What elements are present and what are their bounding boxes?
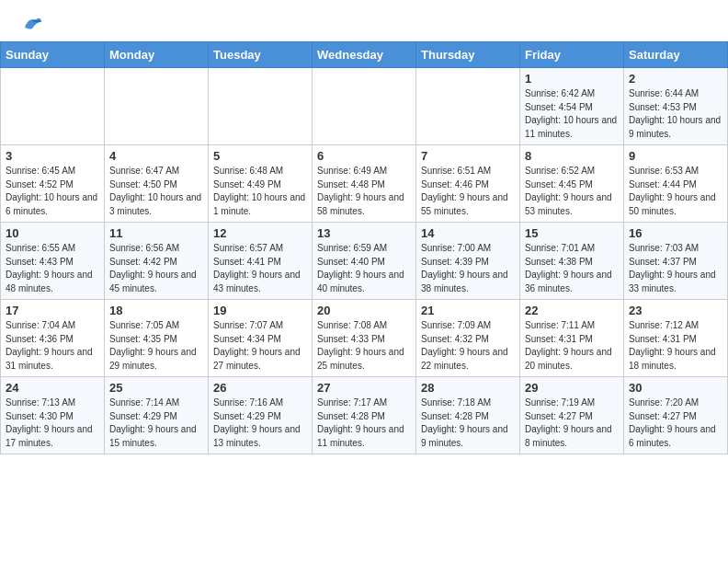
day-number: 22	[525, 304, 619, 317]
day-number: 6	[317, 149, 411, 163]
logo-bird-icon	[21, 14, 43, 32]
day-number: 24	[6, 381, 99, 395]
calendar-day-cell: 7Sunrise: 6:51 AM Sunset: 4:46 PM Daylig…	[416, 145, 520, 223]
calendar-day-cell: 30Sunrise: 7:20 AM Sunset: 4:27 PM Dayli…	[624, 377, 728, 454]
day-info: Sunrise: 7:08 AM Sunset: 4:33 PM Dayligh…	[317, 319, 411, 373]
day-info: Sunrise: 6:56 AM Sunset: 4:42 PM Dayligh…	[109, 242, 203, 295]
calendar-day-header: Tuesday	[209, 42, 313, 68]
day-info: Sunrise: 6:44 AM Sunset: 4:53 PM Dayligh…	[629, 87, 722, 141]
calendar-day-cell: 6Sunrise: 6:49 AM Sunset: 4:48 PM Daylig…	[313, 145, 416, 223]
calendar-day-cell: 10Sunrise: 6:55 AM Sunset: 4:43 PM Dayli…	[1, 223, 105, 300]
calendar-day-header: Friday	[520, 42, 624, 68]
calendar-day-cell: 11Sunrise: 6:56 AM Sunset: 4:42 PM Dayli…	[105, 223, 209, 300]
day-number: 17	[6, 304, 99, 317]
calendar-week-row: 17Sunrise: 7:04 AM Sunset: 4:36 PM Dayli…	[1, 300, 728, 377]
day-number: 25	[109, 381, 203, 395]
calendar-day-cell: 17Sunrise: 7:04 AM Sunset: 4:36 PM Dayli…	[1, 300, 105, 377]
day-info: Sunrise: 7:13 AM Sunset: 4:30 PM Dayligh…	[6, 396, 99, 450]
day-number: 4	[109, 149, 203, 163]
day-number: 23	[629, 304, 722, 317]
day-info: Sunrise: 6:57 AM Sunset: 4:41 PM Dayligh…	[213, 242, 307, 295]
day-number: 16	[629, 226, 722, 240]
calendar-day-cell	[313, 68, 416, 145]
day-info: Sunrise: 6:53 AM Sunset: 4:44 PM Dayligh…	[629, 165, 722, 218]
calendar-day-cell: 18Sunrise: 7:05 AM Sunset: 4:35 PM Dayli…	[105, 300, 209, 377]
day-info: Sunrise: 6:47 AM Sunset: 4:50 PM Dayligh…	[109, 165, 203, 218]
day-info: Sunrise: 7:20 AM Sunset: 4:27 PM Dayligh…	[629, 396, 722, 450]
calendar-day-cell: 8Sunrise: 6:52 AM Sunset: 4:45 PM Daylig…	[520, 145, 624, 223]
day-number: 7	[421, 149, 515, 163]
day-info: Sunrise: 6:45 AM Sunset: 4:52 PM Dayligh…	[6, 165, 99, 218]
day-info: Sunrise: 7:04 AM Sunset: 4:36 PM Dayligh…	[6, 319, 99, 373]
calendar-day-cell: 26Sunrise: 7:16 AM Sunset: 4:29 PM Dayli…	[209, 377, 313, 454]
calendar-day-cell: 27Sunrise: 7:17 AM Sunset: 4:28 PM Dayli…	[313, 377, 416, 454]
day-number: 26	[213, 381, 307, 395]
calendar-day-cell: 19Sunrise: 7:07 AM Sunset: 4:34 PM Dayli…	[209, 300, 313, 377]
day-number: 20	[317, 304, 411, 317]
day-number: 8	[525, 149, 619, 163]
calendar-day-cell: 4Sunrise: 6:47 AM Sunset: 4:50 PM Daylig…	[105, 145, 209, 223]
day-info: Sunrise: 7:07 AM Sunset: 4:34 PM Dayligh…	[213, 319, 307, 373]
day-number: 9	[629, 149, 722, 163]
calendar-day-cell	[209, 68, 313, 145]
calendar-day-cell: 20Sunrise: 7:08 AM Sunset: 4:33 PM Dayli…	[313, 300, 416, 377]
calendar-day-cell: 29Sunrise: 7:19 AM Sunset: 4:27 PM Dayli…	[520, 377, 624, 454]
day-info: Sunrise: 6:42 AM Sunset: 4:54 PM Dayligh…	[525, 87, 619, 141]
calendar-day-cell	[105, 68, 209, 145]
calendar-day-cell: 3Sunrise: 6:45 AM Sunset: 4:52 PM Daylig…	[1, 145, 105, 223]
day-info: Sunrise: 7:12 AM Sunset: 4:31 PM Dayligh…	[629, 319, 722, 373]
day-info: Sunrise: 7:05 AM Sunset: 4:35 PM Dayligh…	[109, 319, 203, 373]
calendar-day-cell: 2Sunrise: 6:44 AM Sunset: 4:53 PM Daylig…	[624, 68, 728, 145]
calendar-day-cell	[1, 68, 105, 145]
calendar-week-row: 10Sunrise: 6:55 AM Sunset: 4:43 PM Dayli…	[1, 223, 728, 300]
calendar-day-cell: 23Sunrise: 7:12 AM Sunset: 4:31 PM Dayli…	[624, 300, 728, 377]
calendar-day-cell: 5Sunrise: 6:48 AM Sunset: 4:49 PM Daylig…	[209, 145, 313, 223]
calendar-day-cell: 16Sunrise: 7:03 AM Sunset: 4:37 PM Dayli…	[624, 223, 728, 300]
day-info: Sunrise: 7:19 AM Sunset: 4:27 PM Dayligh…	[525, 396, 619, 450]
calendar-week-row: 24Sunrise: 7:13 AM Sunset: 4:30 PM Dayli…	[1, 377, 728, 454]
calendar-table: SundayMondayTuesdayWednesdayThursdayFrid…	[0, 41, 728, 454]
day-info: Sunrise: 6:51 AM Sunset: 4:46 PM Dayligh…	[421, 165, 515, 218]
calendar-day-cell: 25Sunrise: 7:14 AM Sunset: 4:29 PM Dayli…	[105, 377, 209, 454]
calendar-day-cell: 28Sunrise: 7:18 AM Sunset: 4:28 PM Dayli…	[416, 377, 520, 454]
day-number: 5	[213, 149, 307, 163]
calendar-day-header: Wednesday	[313, 42, 416, 68]
day-info: Sunrise: 7:11 AM Sunset: 4:31 PM Dayligh…	[525, 319, 619, 373]
calendar-day-cell: 12Sunrise: 6:57 AM Sunset: 4:41 PM Dayli…	[209, 223, 313, 300]
day-info: Sunrise: 6:55 AM Sunset: 4:43 PM Dayligh…	[6, 242, 99, 295]
calendar-day-cell: 22Sunrise: 7:11 AM Sunset: 4:31 PM Dayli…	[520, 300, 624, 377]
day-number: 1	[525, 72, 619, 86]
page-header	[0, 0, 728, 37]
calendar-day-cell: 13Sunrise: 6:59 AM Sunset: 4:40 PM Dayli…	[313, 223, 416, 300]
calendar-day-cell: 14Sunrise: 7:00 AM Sunset: 4:39 PM Dayli…	[416, 223, 520, 300]
day-number: 29	[525, 381, 619, 395]
calendar-body: 1Sunrise: 6:42 AM Sunset: 4:54 PM Daylig…	[1, 68, 728, 454]
calendar-day-cell: 1Sunrise: 6:42 AM Sunset: 4:54 PM Daylig…	[520, 68, 624, 145]
calendar-day-header: Thursday	[416, 42, 520, 68]
calendar-day-cell: 21Sunrise: 7:09 AM Sunset: 4:32 PM Dayli…	[416, 300, 520, 377]
day-number: 19	[213, 304, 307, 317]
day-info: Sunrise: 6:48 AM Sunset: 4:49 PM Dayligh…	[213, 165, 307, 218]
calendar-day-header: Monday	[105, 42, 209, 68]
day-number: 15	[525, 226, 619, 240]
day-number: 3	[6, 149, 99, 163]
calendar-day-cell	[416, 68, 520, 145]
day-number: 2	[629, 72, 722, 86]
day-info: Sunrise: 7:14 AM Sunset: 4:29 PM Dayligh…	[109, 396, 203, 450]
calendar-header: SundayMondayTuesdayWednesdayThursdayFrid…	[1, 42, 728, 68]
calendar-week-row: 1Sunrise: 6:42 AM Sunset: 4:54 PM Daylig…	[1, 68, 728, 145]
day-number: 14	[421, 226, 515, 240]
day-number: 13	[317, 226, 411, 240]
day-info: Sunrise: 7:18 AM Sunset: 4:28 PM Dayligh…	[421, 396, 515, 450]
day-number: 28	[421, 381, 515, 395]
day-info: Sunrise: 7:09 AM Sunset: 4:32 PM Dayligh…	[421, 319, 515, 373]
day-info: Sunrise: 7:01 AM Sunset: 4:38 PM Dayligh…	[525, 242, 619, 295]
day-number: 18	[109, 304, 203, 317]
day-info: Sunrise: 6:59 AM Sunset: 4:40 PM Dayligh…	[317, 242, 411, 295]
calendar-day-cell: 15Sunrise: 7:01 AM Sunset: 4:38 PM Dayli…	[520, 223, 624, 300]
calendar-day-header: Saturday	[624, 42, 728, 68]
day-info: Sunrise: 7:17 AM Sunset: 4:28 PM Dayligh…	[317, 396, 411, 450]
logo	[18, 14, 43, 32]
day-info: Sunrise: 6:49 AM Sunset: 4:48 PM Dayligh…	[317, 165, 411, 218]
calendar-day-cell: 24Sunrise: 7:13 AM Sunset: 4:30 PM Dayli…	[1, 377, 105, 454]
